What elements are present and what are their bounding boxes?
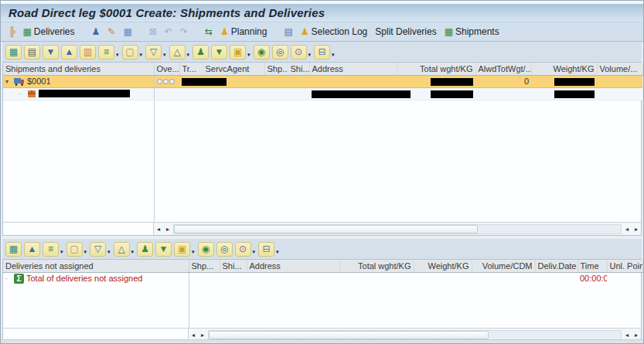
scrollbar-thumb[interactable] [174,225,478,233]
column-header[interactable]: Deliveries not assigned [3,260,189,272]
dropdown-arrow-icon[interactable]: ▾ [253,249,256,255]
horizontal-scrollbar[interactable]: ◂ ▸ ◂ ▸ [3,222,641,235]
business-partners-icon: ♟ [92,26,101,37]
edit-icon[interactable]: ✎ [104,24,118,39]
delete-icon[interactable]: ⊠ [146,24,160,39]
column-header[interactable]: Tr... [179,63,203,75]
scroll-left-icon[interactable]: ◂ [622,330,632,340]
dropdown-arrow-icon[interactable]: ▾ [247,52,250,58]
scroll-right-icon[interactable]: ▸ [632,330,641,340]
hierarchy-icon[interactable]: ╠ [5,24,19,39]
dropdown-arrow-icon[interactable]: ▾ [276,249,279,255]
column-header[interactable]: Ove... [154,63,179,75]
total-button[interactable]: ⊙ [235,242,251,257]
select-layout-button[interactable]: ♟ [193,45,209,60]
print-preview-button[interactable]: ⊟ [258,242,274,257]
column-header[interactable]: Shp... [264,63,288,75]
dropdown-arrow-icon[interactable]: ▾ [332,52,335,58]
scroll-right-icon[interactable]: ▸ [163,224,172,234]
deliveries-button[interactable]: ▦Deliveries [20,24,78,39]
find-next-button[interactable]: ◎ [272,45,288,60]
column-header[interactable]: Volume/... [597,63,642,75]
export-button[interactable]: ▦ [5,242,22,257]
expand-all-button[interactable]: ▲ [61,45,77,60]
scroll-left-icon[interactable]: ◂ [154,224,163,234]
column-header[interactable]: Address [247,260,339,272]
sort-ascending-button[interactable]: △ [169,45,186,60]
find-button[interactable]: ◉ [254,45,270,60]
column-header[interactable]: Shi... [288,63,309,75]
column-header[interactable]: Shipments and deliveries [3,63,154,75]
legend-button[interactable]: ▥ [80,45,96,60]
total-unassigned-row[interactable]: · Σ Total of deliveries not assigned 00:… [3,272,642,284]
dropdown-arrow-icon[interactable]: ▾ [140,52,143,58]
filter-button[interactable]: ▽ [90,242,106,257]
column-header[interactable]: Address [309,63,397,75]
scroll-left-icon[interactable]: ◂ [622,224,632,234]
column-header[interactable]: Volume/CDM [472,260,535,272]
delete-filter-button[interactable]: ▼ [155,242,172,257]
dropdown-arrow-icon[interactable]: ▾ [60,249,63,255]
column-header[interactable]: Shp... [189,260,220,272]
business-partners-icon[interactable]: ♟ [89,24,104,39]
tree-expander-icon[interactable]: ▾ [5,78,12,85]
print-button[interactable]: ▤ [24,45,40,60]
column-header[interactable]: Unl. Point [607,260,642,272]
schedule-icon[interactable]: ▦ [120,24,135,39]
find-next-button[interactable]: ◎ [216,242,233,257]
scrollbar-track[interactable] [208,330,622,340]
print-preview-button[interactable]: ⊟ [314,45,330,60]
delivery-row[interactable]: · [3,87,642,100]
filter-button[interactable]: ▽ [145,45,162,60]
expand-all-button[interactable]: ▲ [24,242,40,257]
scroll-left-icon[interactable]: ◂ [189,330,198,340]
choose-list-button[interactable]: ≡ [43,242,59,257]
choose-list-button[interactable]: ≡ [98,45,114,60]
scrollbar-track[interactable] [173,224,622,234]
column-header[interactable]: Deliv.Date [535,260,578,272]
print-preview-icon: ⊟ [319,47,326,56]
redo-icon[interactable]: ↷ [177,24,191,39]
dropdown-arrow-icon[interactable]: ▾ [131,249,135,255]
find-button[interactable]: ◉ [198,242,214,257]
delete-filter-button[interactable]: ▼ [211,45,227,60]
column-header[interactable]: Weight/KG [414,260,472,272]
dropdown-arrow-icon[interactable]: ▾ [163,52,166,58]
dropdown-arrow-icon[interactable]: ▾ [116,52,119,58]
column-header[interactable]: AlwdTotWgt/... [475,63,531,75]
export-button[interactable]: ▦ [5,45,22,60]
shipments-button-label: Shipments [455,26,499,37]
display-variant-button[interactable]: ▢ [66,242,83,257]
tree-leaf-icon: · [19,90,25,97]
shipment-row[interactable]: ▾ $0001 0 [3,75,642,87]
column-header[interactable]: ServcAgent [203,63,264,75]
column-header[interactable]: Total wght/KG [397,63,475,75]
collapse-all-button[interactable]: ▼ [43,45,59,60]
select-layout-button[interactable]: ♟ [137,242,153,257]
dropdown-arrow-icon[interactable]: ▾ [192,249,195,255]
sort-ascending-button[interactable]: △ [114,242,130,257]
scrollbar-thumb[interactable] [209,331,489,339]
scroll-right-icon[interactable]: ▸ [198,330,207,340]
total-button[interactable]: ⊙ [291,45,307,60]
planning-button[interactable]: ♟Planning [217,24,270,39]
split-deliveries-button[interactable]: Split Deliveries [372,24,439,39]
column-header[interactable]: Shi... [220,260,247,272]
dropdown-arrow-icon[interactable]: ▾ [308,52,312,58]
selection-log-button-label: Selection Log [312,26,368,37]
column-header[interactable]: Total wght/KG [339,260,414,272]
copy-button[interactable]: ▣ [174,242,190,257]
display-log-icon[interactable]: ▤ [281,24,295,39]
copy-button[interactable]: ▣ [230,45,246,60]
shipments-button[interactable]: ▦Shipments [441,24,503,39]
scroll-right-icon[interactable]: ▸ [632,224,641,234]
dropdown-arrow-icon[interactable]: ▾ [84,249,87,255]
display-variant-button[interactable]: ▢ [122,45,138,60]
column-header[interactable]: Time [578,260,607,272]
assign-icon[interactable]: ⇆ [202,24,216,39]
dropdown-arrow-icon[interactable]: ▾ [107,249,111,255]
undo-icon[interactable]: ↶ [162,24,175,39]
dropdown-arrow-icon[interactable]: ▾ [187,52,190,58]
column-header[interactable]: Weight/KG [531,63,597,75]
selection-log-button[interactable]: ♟Selection Log [298,24,371,39]
